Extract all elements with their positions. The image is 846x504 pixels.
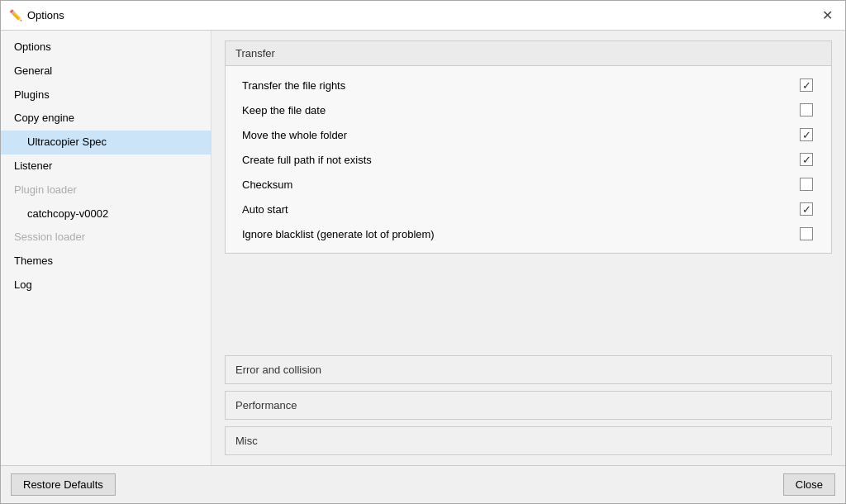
option-row-move-whole-folder: Move the whole folder✓ <box>235 122 821 147</box>
option-label-keep-file-date: Keep the file date <box>242 104 326 116</box>
performance-section: Performance <box>225 391 832 420</box>
option-row-create-full-path: Create full path if not exists✓ <box>235 147 821 172</box>
checkbox-area-transfer-file-rights: ✓ <box>798 77 815 93</box>
checkbox-transfer-file-rights[interactable]: ✓ <box>800 78 813 92</box>
checkbox-area-ignore-blacklist <box>798 226 815 242</box>
error-section-header[interactable]: Error and collision <box>226 356 831 383</box>
option-label-create-full-path: Create full path if not exists <box>242 154 372 166</box>
sidebar-item-log[interactable]: Log <box>1 273 211 297</box>
option-label-ignore-blacklist: Ignore blacklist (generate lot of proble… <box>242 228 435 240</box>
checkbox-area-create-full-path: ✓ <box>798 151 815 168</box>
option-row-ignore-blacklist: Ignore blacklist (generate lot of proble… <box>235 221 821 246</box>
content-area: OptionsGeneralPluginsCopy engineUltracop… <box>1 31 845 465</box>
option-row-checksum: Checksum <box>235 172 821 197</box>
sidebar-item-plugins[interactable]: Plugins <box>1 83 211 107</box>
checkbox-area-checksum <box>798 176 815 193</box>
sidebar-item-general[interactable]: General <box>1 59 211 83</box>
option-label-transfer-file-rights: Transfer the file rights <box>242 79 345 92</box>
title-bar: ✏️ Options ✕ <box>1 1 845 31</box>
sidebar-item-plugin-loader: Plugin loader <box>1 178 211 202</box>
misc-section: Misc <box>225 426 832 455</box>
performance-section-header[interactable]: Performance <box>226 392 831 419</box>
sidebar-item-options[interactable]: Options <box>1 36 211 59</box>
transfer-section-header[interactable]: Transfer <box>226 41 831 66</box>
option-row-auto-start: Auto start✓ <box>235 197 821 221</box>
options-window: ✏️ Options ✕ OptionsGeneralPluginsCopy e… <box>0 0 846 504</box>
footer: Restore Defaults Close <box>1 465 845 503</box>
option-label-auto-start: Auto start <box>242 203 288 216</box>
transfer-section-body: Transfer the file rights✓Keep the file d… <box>226 66 831 253</box>
checkbox-checksum[interactable] <box>800 178 813 191</box>
title-bar-left: ✏️ Options <box>9 9 64 22</box>
checkmark-auto-start: ✓ <box>802 204 811 215</box>
option-row-transfer-file-rights: Transfer the file rights✓ <box>235 73 821 97</box>
checkbox-area-auto-start: ✓ <box>798 201 815 217</box>
checkbox-move-whole-folder[interactable]: ✓ <box>800 128 813 141</box>
checkbox-create-full-path[interactable]: ✓ <box>800 153 813 166</box>
sidebar-item-copy-engine[interactable]: Copy engine <box>1 107 211 131</box>
sidebar-item-ultracopier-spec[interactable]: Ultracopier Spec <box>1 131 211 155</box>
sidebar-item-themes[interactable]: Themes <box>1 250 211 273</box>
close-button[interactable]: Close <box>783 473 835 496</box>
main-content: Transfer Transfer the file rights✓Keep t… <box>212 31 845 465</box>
spacer <box>225 260 832 349</box>
checkbox-auto-start[interactable]: ✓ <box>800 202 813 216</box>
sidebar-item-session-loader: Session loader <box>1 226 211 250</box>
checkmark-create-full-path: ✓ <box>802 155 811 165</box>
checkmark-transfer-file-rights: ✓ <box>802 80 811 91</box>
checkbox-area-keep-file-date <box>798 102 815 118</box>
checkbox-keep-file-date[interactable] <box>800 103 813 116</box>
sidebar: OptionsGeneralPluginsCopy engineUltracop… <box>1 31 212 465</box>
close-window-button[interactable]: ✕ <box>817 6 837 26</box>
transfer-section: Transfer Transfer the file rights✓Keep t… <box>225 40 832 254</box>
window-title: Options <box>27 9 64 21</box>
sidebar-item-catchcopy-v0002[interactable]: catchcopy-v0002 <box>1 202 211 226</box>
misc-section-header[interactable]: Misc <box>226 427 831 454</box>
option-label-move-whole-folder: Move the whole folder <box>242 129 347 141</box>
option-row-keep-file-date: Keep the file date <box>235 97 821 122</box>
restore-defaults-button[interactable]: Restore Defaults <box>11 473 116 496</box>
error-section: Error and collision <box>225 355 832 384</box>
checkmark-move-whole-folder: ✓ <box>802 130 811 140</box>
sidebar-item-listener[interactable]: Listener <box>1 155 211 178</box>
checkbox-ignore-blacklist[interactable] <box>800 227 813 240</box>
app-icon: ✏️ <box>9 9 22 22</box>
checkbox-area-move-whole-folder: ✓ <box>798 126 815 143</box>
option-label-checksum: Checksum <box>242 178 292 191</box>
